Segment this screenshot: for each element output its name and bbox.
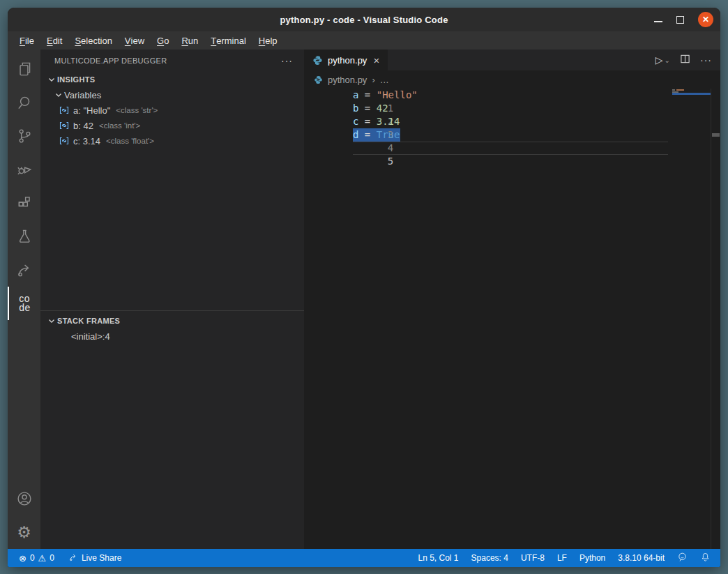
window-title: python.py - code - Visual Studio Code xyxy=(280,15,448,25)
warnings-count: 0 xyxy=(50,553,54,563)
activity-bar: co de ⚙ xyxy=(8,50,40,549)
extensions-icon[interactable] xyxy=(8,186,40,220)
code-app-icon[interactable]: co de xyxy=(8,287,40,320)
menu-file[interactable]: File xyxy=(13,31,40,50)
minimize-button[interactable] xyxy=(654,21,662,22)
menu-help[interactable]: Help xyxy=(252,31,284,50)
source-control-icon[interactable] xyxy=(8,119,40,153)
variable-b-value: b: 42 xyxy=(73,121,93,131)
scrollbar-thumb[interactable] xyxy=(712,133,720,137)
close-button[interactable]: ✕ xyxy=(698,12,713,27)
split-editor-icon[interactable] xyxy=(680,54,690,67)
live-share-label: Live Share xyxy=(82,553,121,563)
code-line-1: 1 a = "Hello" xyxy=(304,89,720,102)
section-divider xyxy=(40,310,304,311)
testing-icon[interactable] xyxy=(8,220,40,253)
errors-icon: ⊗ xyxy=(19,554,26,563)
chevron-down-icon xyxy=(53,89,64,100)
minimap[interactable] xyxy=(669,89,711,144)
scrollbar-track xyxy=(711,89,711,549)
chevron-down-icon xyxy=(46,315,57,326)
more-actions-icon[interactable]: ··· xyxy=(281,55,293,66)
symbol-variable-icon xyxy=(59,120,70,131)
python-file-icon xyxy=(314,75,323,84)
insights-label: INSIGHTS xyxy=(57,75,95,84)
tab-close-icon[interactable]: × xyxy=(372,54,381,66)
run-dropdown-icon: ⌄ xyxy=(665,56,670,64)
section-stack-frames[interactable]: STACK FRAMES xyxy=(40,313,304,328)
breadcrumb[interactable]: python.py › … xyxy=(304,70,720,89)
search-icon[interactable] xyxy=(8,86,40,119)
sidebar-debugger: MULTICODE.APP DEBUGGER ··· INSIGHTS Vari… xyxy=(40,50,304,549)
eol-status[interactable]: LF xyxy=(557,553,567,563)
code-line-3: 3 c = 3.14 xyxy=(304,115,720,128)
editor-more-actions-icon[interactable]: ··· xyxy=(700,54,712,66)
variable-c-value: c: 3.14 xyxy=(73,136,100,146)
variable-c-type: <class 'float'> xyxy=(106,137,154,145)
live-share-status[interactable]: Live Share xyxy=(68,552,121,564)
line-number[interactable]: 5 xyxy=(363,155,393,168)
menu-bar: File Edit Selection View Go Run Terminal… xyxy=(8,31,720,50)
variable-row-b[interactable]: b: 42 <class 'int'> xyxy=(40,118,304,133)
breadcrumb-separator-icon: › xyxy=(372,75,374,85)
python-interpreter-status[interactable]: 3.8.10 64-bit xyxy=(618,553,665,563)
variable-b-type: <class 'int'> xyxy=(99,121,140,130)
status-bar: ⊗ 0 ⚠ 0 Live Share Ln 5, Col 1 Spaces: 4… xyxy=(8,549,720,567)
stack-frame-item[interactable]: <initial>:4 xyxy=(40,328,304,344)
symbol-variable-icon xyxy=(59,135,70,146)
tab-label: python.py xyxy=(328,55,367,66)
accounts-icon[interactable] xyxy=(8,482,40,515)
feedback-icon[interactable] xyxy=(677,552,688,564)
stack-frame-text: <initial>:4 xyxy=(71,331,110,342)
code-editor[interactable]: 1 a = "Hello" 2 b = 42 3 c = 3.14 4 d = … xyxy=(304,89,720,549)
symbol-variable-icon xyxy=(59,105,70,116)
tab-python-py[interactable]: python.py × xyxy=(304,50,388,70)
breadcrumb-more[interactable]: … xyxy=(380,75,389,85)
stack-frames-label: STACK FRAMES xyxy=(57,317,120,325)
code-line-5: 5 xyxy=(304,142,720,155)
menu-edit[interactable]: Edit xyxy=(40,31,68,50)
variables-label: Variables xyxy=(64,90,101,100)
menu-view[interactable]: View xyxy=(119,31,151,50)
menu-terminal[interactable]: Terminal xyxy=(204,31,252,50)
warnings-icon: ⚠ xyxy=(38,554,47,563)
tab-bar: python.py × ▷ ⌄ ··· xyxy=(304,50,720,70)
window-controls: ✕ xyxy=(654,8,713,31)
encoding-status[interactable]: UTF-8 xyxy=(521,553,545,563)
python-file-icon xyxy=(312,55,323,66)
menu-go[interactable]: Go xyxy=(151,31,175,50)
code-app-text-2: de xyxy=(19,303,31,312)
run-and-debug-icon[interactable] xyxy=(8,153,40,186)
live-share-icon[interactable] xyxy=(8,253,40,287)
menu-selection[interactable]: Selection xyxy=(68,31,118,50)
menu-run[interactable]: Run xyxy=(175,31,204,50)
variable-a-value: a: "Hello" xyxy=(73,105,110,116)
language-mode-status[interactable]: Python xyxy=(579,553,605,563)
code-line-4: 4 d = True xyxy=(304,128,720,142)
tab-bar-empty xyxy=(388,50,655,70)
indentation-status[interactable]: Spaces: 4 xyxy=(471,553,508,563)
problems-status[interactable]: ⊗ 0 ⚠ 0 xyxy=(19,553,54,563)
cursor-position-status[interactable]: Ln 5, Col 1 xyxy=(418,553,458,563)
variable-a-type: <class 'str'> xyxy=(116,106,158,114)
minimap-selection xyxy=(672,93,711,95)
title-bar[interactable]: python.py - code - Visual Studio Code ✕ xyxy=(8,8,720,31)
chevron-down-icon xyxy=(46,74,57,85)
run-button[interactable]: ▷ ⌄ xyxy=(655,54,670,66)
breadcrumb-file[interactable]: python.py xyxy=(328,75,367,85)
errors-count: 0 xyxy=(30,553,35,563)
code-line-2: 2 b = 42 xyxy=(304,102,720,115)
maximize-button[interactable] xyxy=(676,16,684,24)
section-insights[interactable]: INSIGHTS xyxy=(40,72,304,87)
run-icon: ▷ xyxy=(655,54,663,66)
tree-item-variables[interactable]: Variables xyxy=(40,87,304,103)
variable-row-c[interactable]: c: 3.14 <class 'float'> xyxy=(40,133,304,149)
vscode-window: python.py - code - Visual Studio Code ✕ … xyxy=(8,8,720,567)
live-share-icon xyxy=(68,552,78,564)
explorer-icon[interactable] xyxy=(8,52,40,86)
variable-row-a[interactable]: a: "Hello" <class 'str'> xyxy=(40,103,304,118)
sidebar-title: MULTICODE.APP DEBUGGER xyxy=(54,56,281,65)
notifications-bell-icon[interactable] xyxy=(700,552,711,564)
settings-gear-icon[interactable]: ⚙ xyxy=(8,515,40,549)
editor-group: python.py × ▷ ⌄ ··· xyxy=(304,50,720,549)
